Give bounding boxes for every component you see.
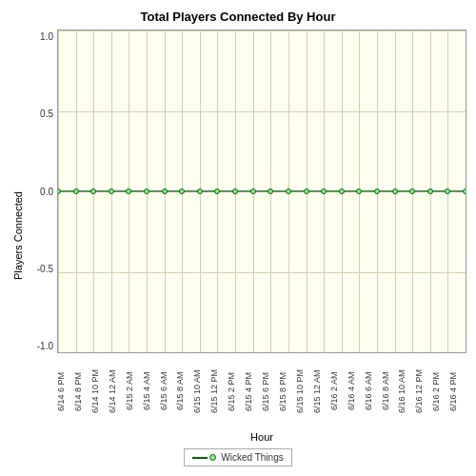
- x-tick: 6/16 6 AM: [365, 353, 382, 429]
- x-tick: 6/15 8 PM: [279, 353, 296, 429]
- plot-area: [57, 30, 466, 353]
- data-point: [109, 188, 114, 194]
- x-axis-label: Hour: [57, 431, 466, 443]
- y-tick: -1.0: [37, 341, 53, 351]
- chart-main: Players Connected 1.00.50.0-0.5-1.0 6/14…: [10, 30, 466, 443]
- grid-line-h: [58, 191, 466, 192]
- plot-and-yaxis: 1.00.50.0-0.5-1.0: [27, 30, 466, 353]
- y-tick: -0.5: [37, 264, 53, 274]
- y-ticks: 1.00.50.0-0.5-1.0: [27, 30, 57, 353]
- legend-label: Wicked Things: [221, 452, 283, 463]
- grid-line-h: [58, 111, 466, 112]
- x-tick: 6/16 10 AM: [398, 353, 415, 429]
- data-point: [321, 188, 327, 194]
- x-tick: 6/16 12 PM: [415, 353, 432, 429]
- grid-line-v: [466, 30, 466, 352]
- y-axis-label: Players Connected: [10, 30, 27, 443]
- legend: Wicked Things: [184, 448, 291, 466]
- data-point: [232, 188, 238, 194]
- x-tick: 6/16 4 AM: [347, 353, 365, 429]
- x-tick: 6/15 12 PM: [210, 353, 228, 429]
- legend-icon: [192, 454, 216, 461]
- data-point: [250, 188, 256, 194]
- x-tick: 6/15 4 PM: [245, 353, 262, 429]
- x-tick: 6/14 10 PM: [91, 353, 109, 429]
- x-tick: 6/16 2 PM: [432, 353, 449, 429]
- data-point: [339, 188, 345, 194]
- y-tick: 0.0: [40, 187, 53, 197]
- x-tick: 6/15 6 AM: [160, 353, 177, 429]
- x-tick: 6/16 2 AM: [330, 353, 347, 429]
- data-point: [144, 188, 149, 194]
- legend-line: [192, 457, 208, 459]
- data-point: [162, 188, 168, 194]
- x-tick: 6/15 8 AM: [176, 353, 193, 429]
- data-point: [197, 188, 203, 194]
- data-point: [463, 188, 466, 194]
- x-tick: 6/15 4 AM: [143, 353, 160, 429]
- x-tick: 6/15 12 AM: [313, 353, 330, 429]
- x-tick: 6/15 2 PM: [228, 353, 245, 429]
- data-point: [392, 188, 398, 194]
- x-tick: 6/14 12 AM: [109, 353, 126, 429]
- grid-line-h: [58, 30, 466, 31]
- x-tick: 6/15 10 PM: [296, 353, 313, 429]
- chart-area-wrapper: 1.00.50.0-0.5-1.0 6/14 6 PM6/14 8 PM6/14…: [27, 30, 466, 443]
- data-point: [268, 188, 273, 194]
- x-tick: 6/16 4 PM: [449, 353, 466, 429]
- x-tick: 6/15 6 PM: [262, 353, 279, 429]
- y-tick: 0.5: [40, 109, 53, 119]
- data-point: [304, 188, 309, 194]
- data-point: [126, 188, 131, 194]
- x-tick: 6/16 8 AM: [382, 353, 399, 429]
- data-point: [73, 188, 79, 194]
- data-point: [356, 188, 362, 194]
- x-tick: 6/14 8 PM: [74, 353, 91, 429]
- data-point: [286, 188, 291, 194]
- legend-dot: [209, 454, 216, 461]
- data-point: [214, 188, 220, 194]
- x-axis-ticks: 6/14 6 PM6/14 8 PM6/14 10 PM6/14 12 AM6/…: [57, 353, 466, 429]
- data-point: [427, 188, 433, 194]
- data-point: [90, 188, 96, 194]
- chart-container: Total Players Connected By Hour Players …: [0, 0, 476, 476]
- grid-line-h: [58, 272, 466, 273]
- x-tick: 6/15 10 AM: [193, 353, 210, 429]
- y-tick: 1.0: [40, 31, 53, 42]
- data-point: [409, 188, 415, 194]
- x-tick: 6/14 6 PM: [57, 353, 74, 429]
- x-tick: 6/15 2 AM: [126, 353, 143, 429]
- chart-title: Total Players Connected By Hour: [141, 10, 336, 24]
- data-point: [374, 188, 380, 194]
- data-point: [445, 188, 450, 194]
- data-point: [179, 188, 185, 194]
